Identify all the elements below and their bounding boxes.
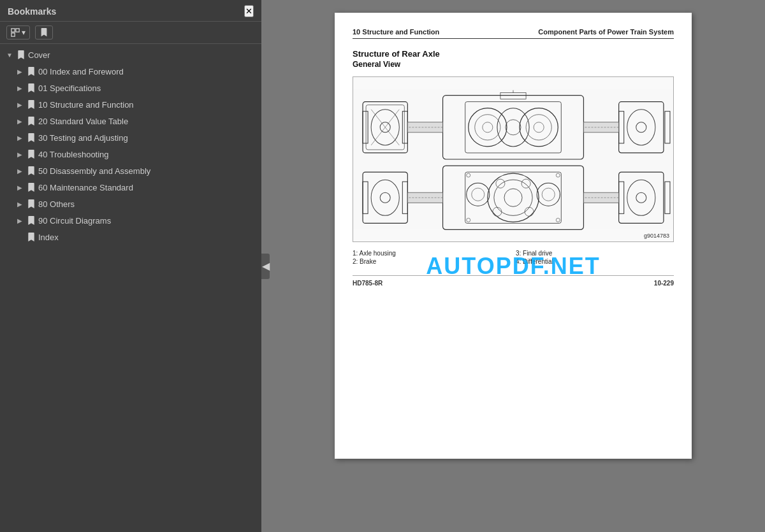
page-header: 10 Structure and Function Component Part… [353, 28, 674, 39]
chevron-icon [15, 199, 24, 208]
bookmark-icon [27, 199, 36, 209]
bookmark-item-01[interactable]: 01 Specifications [0, 80, 261, 96]
chevron-icon [15, 67, 24, 76]
bookmark-icon [27, 66, 36, 76]
bookmark-item-cover[interactable]: Cover [0, 47, 261, 63]
chevron-icon [15, 216, 24, 225]
bookmark-icon [27, 149, 36, 159]
main-content: 10 Structure and Function Component Part… [261, 0, 765, 532]
diagram-label-4: 4: Differential [516, 258, 674, 265]
diagram-label-2: 2: Brake [353, 258, 511, 265]
bookmark-icon [17, 50, 26, 60]
bookmark-icon [27, 83, 36, 93]
bookmark-label-index: Index [38, 233, 256, 242]
bookmark-icon [27, 215, 36, 226]
page-header-section: 10 Structure and Function [353, 28, 439, 36]
bookmark-label-01: 01 Specifications [38, 83, 256, 93]
close-button[interactable]: ✕ [244, 5, 254, 17]
bookmark-item-90[interactable]: 90 Circuit Diagrams [0, 212, 261, 229]
bookmark-label-90: 90 Circuit Diagrams [38, 216, 256, 226]
bookmark-item-40[interactable]: 40 Troubleshooting [0, 146, 261, 162]
bookmark-label-50: 50 Disassembly and Assembly [38, 166, 256, 176]
bookmark-icon [27, 133, 36, 143]
sidebar: Bookmarks ✕ ▾ Cover [0, 0, 261, 532]
chevron-icon [15, 100, 24, 109]
diagram-labels: 1: Axle housing 3: Final drive 2: Brake … [353, 250, 674, 265]
bookmark-list: Cover 00 Index and Foreword 01 Specifica… [0, 44, 261, 532]
bookmark-label-60: 60 Maintenance Standard [38, 183, 256, 192]
chevron-icon [5, 50, 14, 59]
bookmark-icon [27, 99, 36, 110]
diagram-svg [353, 77, 673, 241]
sidebar-header: Bookmarks ✕ [0, 0, 261, 22]
bookmark-item-50[interactable]: 50 Disassembly and Assembly [0, 162, 261, 179]
footer-model: HD785-8R [353, 280, 382, 287]
bookmark-icon [27, 182, 36, 192]
page-sub-title: General View [353, 60, 674, 69]
bookmark-label-80: 80 Others [38, 199, 256, 209]
bookmark-icon [27, 232, 36, 242]
bookmark-item-30[interactable]: 30 Testing and Adjusting [0, 129, 261, 146]
svg-rect-2 [11, 33, 15, 36]
page-main-title: Structure of Rear Axle [353, 49, 674, 59]
expand-chevron-icon: ▾ [22, 28, 26, 37]
bookmark-label-40: 40 Troubleshooting [38, 150, 256, 159]
chevron-icon [15, 166, 24, 175]
bookmark-item-10[interactable]: 10 Structure and Function [0, 96, 261, 113]
page-footer: HD785-8R 10-229 [353, 275, 674, 287]
panel-toggle-button[interactable]: ◀ [261, 254, 270, 279]
bookmark-item-00[interactable]: 00 Index and Foreword [0, 63, 261, 80]
bookmark-options-button[interactable] [35, 25, 53, 40]
bookmark-item-20[interactable]: 20 Standard Value Table [0, 113, 261, 129]
bookmark-label-30: 30 Testing and Adjusting [38, 133, 256, 143]
svg-rect-1 [16, 29, 19, 32]
chevron-icon [15, 150, 24, 159]
sidebar-title: Bookmarks [8, 6, 56, 17]
sidebar-toolbar: ▾ [0, 22, 261, 44]
footer-page-number: 10-229 [654, 280, 674, 287]
bookmark-label-00: 00 Index and Foreword [38, 67, 256, 76]
chevron-icon [15, 83, 24, 92]
diagram-container: g9014783 [353, 76, 674, 242]
bookmark-item-60[interactable]: 60 Maintenance Standard [0, 179, 261, 196]
diagram-number: g9014783 [644, 233, 669, 239]
bookmark-icon [27, 116, 36, 126]
chevron-icon [15, 183, 24, 192]
expand-all-button[interactable]: ▾ [6, 25, 30, 40]
bookmark-label-20: 20 Standard Value Table [38, 117, 256, 126]
bookmark-item-index[interactable]: Index [0, 229, 261, 245]
chevron-icon [15, 117, 24, 126]
bookmark-icon [27, 166, 36, 176]
page-document: 10 Structure and Function Component Part… [335, 13, 692, 459]
bookmark-label-cover: Cover [28, 50, 256, 60]
diagram-label-1: 1: Axle housing [353, 250, 511, 257]
bookmark-item-80[interactable]: 80 Others [0, 196, 261, 212]
svg-rect-0 [11, 29, 15, 32]
diagram-label-3: 3: Final drive [516, 250, 674, 257]
chevron-icon [15, 133, 24, 142]
page-header-title: Component Parts of Power Train System [538, 28, 674, 36]
bookmark-label-10: 10 Structure and Function [38, 100, 256, 110]
